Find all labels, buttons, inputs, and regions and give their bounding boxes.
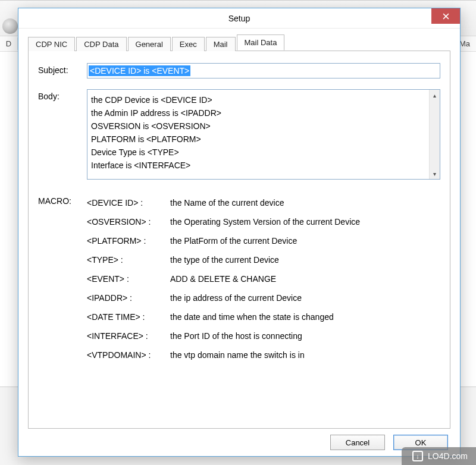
macro-key: <INTERFACE> : (87, 331, 170, 341)
dialog-body: CDP NIC CDP Data General Exec Mail Mail … (18, 29, 460, 456)
body-label: Body: (38, 89, 87, 101)
app-icon (2, 18, 18, 34)
scroll-up-arrow-icon[interactable]: ▴ (430, 90, 440, 100)
macro-row: <DEVICE ID> :the Name of the current dev… (87, 195, 440, 214)
macro-key: <DATE TIME> : (87, 312, 170, 322)
macro-desc: ADD & DELETE & CHANGE (170, 274, 440, 284)
macro-row: <EVENT> :ADD & DELETE & CHANGE (87, 271, 440, 290)
macro-key: <TYPE> : (87, 255, 170, 265)
macro-row: <TYPE> :the type of the current Device (87, 252, 440, 271)
cancel-button[interactable]: Cancel (330, 435, 385, 450)
macro-desc: the Operating System Version of the curr… (170, 217, 440, 227)
subject-input[interactable]: <DEVICE ID> is <EVENT> (87, 63, 440, 78)
watermark-icon: ↓ (412, 451, 423, 461)
close-icon (443, 13, 449, 20)
body-textarea[interactable]: the CDP Device is <DEVICE ID> the Admin … (87, 89, 440, 180)
tab-general[interactable]: General (128, 37, 171, 51)
macro-row: <DATE TIME> :the date and time when the … (87, 309, 440, 328)
macro-desc: the Name of the current device (170, 198, 440, 208)
macro-key: <IPADDR> : (87, 293, 170, 303)
body-text-content: the CDP Device is <DEVICE ID> the Admin … (87, 90, 429, 179)
tabstrip: CDP NIC CDP Data General Exec Mail Mail … (28, 36, 450, 51)
macro-key: <DEVICE ID> : (87, 198, 170, 208)
macro-table: <DEVICE ID> :the Name of the current dev… (87, 195, 440, 366)
macro-row: <PLATFORM> :the PlatForm of the current … (87, 233, 440, 252)
body-row: Body: the CDP Device is <DEVICE ID> the … (38, 89, 440, 180)
watermark: ↓ LO4D.com (402, 447, 476, 465)
macro-desc: the ip address of the current Device (170, 293, 440, 303)
macro-label: MACRO: (38, 195, 87, 366)
tab-mail[interactable]: Mail (206, 37, 236, 51)
subject-label: Subject: (38, 63, 87, 75)
titlebar[interactable]: Setup (18, 8, 460, 29)
macro-row: <OSVERSION> :the Operating System Versio… (87, 214, 440, 233)
macro-key: <VTPDOMAIN> : (87, 350, 170, 360)
tab-cdp-data[interactable]: CDP Data (76, 37, 126, 51)
subject-text-selected: <DEVICE ID> is <EVENT> (89, 65, 190, 76)
macro-section: MACRO: <DEVICE ID> :the Name of the curr… (38, 195, 440, 366)
macro-row: <IPADDR> :the ip address of the current … (87, 290, 440, 309)
tab-panel-mail-data: Subject: <DEVICE ID> is <EVENT> Body: th… (28, 51, 450, 429)
macro-key: <OSVERSION> : (87, 217, 170, 227)
macro-desc: the date and time when the state is chan… (170, 312, 440, 322)
tab-cdp-nic[interactable]: CDP NIC (28, 37, 75, 51)
macro-key: <PLATFORM> : (87, 236, 170, 246)
macro-key: <EVENT> : (87, 274, 170, 284)
macro-desc: the vtp domain name the switch is in (170, 350, 440, 360)
subject-row: Subject: <DEVICE ID> is <EVENT> (38, 63, 440, 78)
body-scrollbar[interactable]: ▴ ▾ (429, 90, 440, 179)
dialog-title: Setup (18, 14, 460, 23)
tab-mail-data[interactable]: Mail Data (237, 34, 285, 51)
macro-desc: the type of the current Device (170, 255, 440, 265)
macro-desc: the PlatForm of the current Device (170, 236, 440, 246)
watermark-text: LO4D.com (428, 451, 468, 461)
dialog-button-row: Cancel OK (28, 429, 450, 450)
macro-row: <INTERFACE> :the Port ID of the host is … (87, 328, 440, 347)
macro-desc: the Port ID of the host is connecting (170, 331, 440, 341)
scroll-down-arrow-icon[interactable]: ▾ (430, 168, 440, 179)
setup-dialog: Setup CDP NIC CDP Data General Exec Mail… (18, 8, 461, 457)
macro-row: <VTPDOMAIN> :the vtp domain name the swi… (87, 347, 440, 366)
bg-col-left: D (0, 37, 18, 50)
tab-exec[interactable]: Exec (172, 37, 205, 51)
close-button[interactable] (431, 8, 460, 24)
